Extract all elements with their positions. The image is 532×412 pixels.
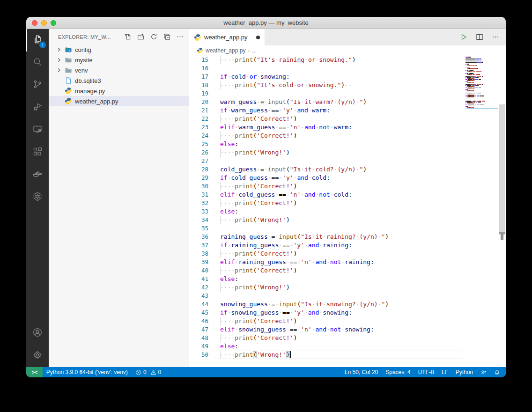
- code-line[interactable]: 18····print("It's·cold·or·snowing.")··: [189, 81, 506, 89]
- tree-item-manage-py[interactable]: manage.py: [49, 86, 189, 96]
- code-line-content[interactable]: else:: [220, 207, 463, 216]
- code-line[interactable]: 47elif·snowing_guess·==·'n'·and·not·snow…: [189, 325, 506, 334]
- code-line[interactable]: 39elif·raining_guess·==·'n'·and·not·rain…: [189, 258, 506, 266]
- tree-item-db-sqlite3[interactable]: db.sqlite3: [49, 75, 189, 86]
- breadcrumb-more[interactable]: ...: [252, 47, 257, 54]
- code-line[interactable]: 49else:: [189, 342, 506, 351]
- tree-item-weather-app-py[interactable]: weather_app.py: [49, 96, 189, 106]
- code-line[interactable]: 29if·cold_guess·==·'y'·and·cold:: [189, 174, 506, 182]
- code-line[interactable]: 35: [189, 224, 506, 233]
- code-line-content[interactable]: elif·warm_guess·==·'n'·and·not·warm:: [220, 123, 463, 132]
- language-mode-status[interactable]: Python: [452, 367, 477, 377]
- code-line[interactable]: 16: [189, 64, 506, 73]
- encoding-status[interactable]: UTF-8: [414, 367, 438, 377]
- code-line[interactable]: 48····print('Correct!'): [189, 334, 506, 342]
- collapse-all-button[interactable]: [163, 33, 171, 41]
- activity-item-docker[interactable]: [26, 164, 49, 186]
- code-line[interactable]: 17if·cold·or·snowing:: [189, 73, 506, 81]
- tab-weather-app[interactable]: weather_app.py: [189, 29, 265, 45]
- code-line-content[interactable]: else:: [220, 140, 463, 148]
- run-button[interactable]: [459, 32, 468, 42]
- modified-dot-icon[interactable]: [256, 36, 260, 39]
- code-line[interactable]: 27: [189, 157, 506, 165]
- code-line[interactable]: 40····print('Correct!'): [189, 266, 506, 275]
- notifications-button[interactable]: [490, 367, 506, 377]
- code-line-content[interactable]: else:: [220, 342, 463, 351]
- activity-item-source-control[interactable]: [26, 74, 49, 96]
- activity-item-extensions[interactable]: [26, 141, 49, 164]
- minimap[interactable]: [466, 57, 498, 109]
- code-line-content[interactable]: [220, 224, 463, 233]
- code-line[interactable]: 21if·warm_guess·==·'y'·and·warm:: [189, 106, 506, 115]
- code-line-content[interactable]: [220, 157, 463, 165]
- tree-item-mysite[interactable]: mysite: [49, 55, 189, 65]
- code-line-content[interactable]: ····print('Wrong!'): [220, 351, 463, 359]
- code-line-content[interactable]: if·snowing_guess·==·'y'·and·snowing:: [220, 309, 463, 317]
- activity-item-settings[interactable]: [26, 345, 49, 367]
- code-line[interactable]: 19: [189, 89, 506, 98]
- activity-item-account[interactable]: [26, 322, 49, 345]
- problems-status[interactable]: 0 0: [132, 367, 165, 377]
- breadcrumb-file[interactable]: weather_app.py: [206, 47, 245, 54]
- activity-item-search[interactable]: [26, 52, 49, 74]
- code-line[interactable]: 24····print('Correct!'): [189, 132, 506, 140]
- code-line[interactable]: 50····print('Wrong!'): [189, 351, 506, 359]
- code-line-content[interactable]: ····print('Correct!'): [220, 115, 463, 123]
- code-line[interactable]: 28cold_guess·=·input("Is·it·cold?·(y/n)·…: [189, 165, 506, 174]
- code-line-content[interactable]: if·cold_guess·==·'y'·and·cold:: [220, 174, 463, 182]
- code-line-content[interactable]: ····print('Wrong!'): [220, 216, 463, 224]
- code-line[interactable]: 46····print('Correct!'): [189, 317, 506, 325]
- code-line-content[interactable]: ····print('Correct!'): [220, 266, 463, 275]
- more-button[interactable]: [491, 32, 500, 42]
- new-folder-button[interactable]: [136, 33, 145, 41]
- code-line-content[interactable]: cold_guess·=·input("Is·it·cold?·(y/n)·"): [220, 165, 463, 174]
- code-line[interactable]: 38····print('Correct!'): [189, 250, 506, 258]
- code-line[interactable]: 15····print("It's·raining·or·snowing."): [189, 56, 506, 64]
- scrollbar-thumb[interactable]: [499, 104, 505, 235]
- code-line[interactable]: 43: [189, 292, 506, 300]
- code-line[interactable]: 25else:: [189, 140, 506, 148]
- split-editor-button[interactable]: [475, 32, 484, 42]
- remote-indicator[interactable]: ><: [26, 367, 43, 377]
- code-line-content[interactable]: [220, 64, 463, 73]
- code-line[interactable]: 44snowing_guess·=·input("Is·it·snowing?·…: [189, 300, 506, 309]
- python-interpreter-status[interactable]: Python 3.9.0 64-bit ('venv': venv): [43, 367, 132, 377]
- code-line-content[interactable]: ····print("It's·cold·or·snowing.")··: [220, 81, 463, 89]
- code-line-content[interactable]: if·cold·or·snowing:: [220, 73, 463, 81]
- code-line-content[interactable]: if·raining_guess·==·'y'·and·raining:: [220, 241, 463, 250]
- code-line-content[interactable]: ····print('Wrong!'): [220, 283, 463, 292]
- code-line[interactable]: 36raining_guess·=·input("Is·it·raining?·…: [189, 233, 506, 241]
- eol-status[interactable]: LF: [438, 367, 452, 377]
- feedback-button[interactable]: [477, 367, 490, 377]
- activity-item-kubernetes[interactable]: [26, 186, 49, 209]
- code-line[interactable]: 45if·snowing_guess·==·'y'·and·snowing:: [189, 309, 506, 317]
- code-line-content[interactable]: ····print('Wrong!'): [220, 148, 463, 157]
- code-line[interactable]: 42····print('Wrong!'): [189, 283, 506, 292]
- code-line[interactable]: 20warm_guess·=·input("Is·it·warm?·(y/n)·…: [189, 98, 506, 106]
- chevron-right-icon[interactable]: [55, 56, 63, 64]
- chevron-right-icon[interactable]: [55, 46, 63, 53]
- code-line[interactable]: 34····print('Wrong!'): [189, 216, 506, 224]
- refresh-button[interactable]: [149, 33, 158, 41]
- code-line[interactable]: 32····print('Correct!'): [189, 199, 506, 207]
- more-button[interactable]: [176, 33, 184, 41]
- code-line-content[interactable]: ····print('Correct!'): [220, 182, 463, 191]
- activity-item-run-debug[interactable]: [26, 96, 49, 119]
- code-line-content[interactable]: elif·snowing_guess·==·'n'·and·not·snowin…: [220, 325, 463, 334]
- code-line-content[interactable]: ····print('Correct!'): [220, 317, 463, 325]
- code-line[interactable]: 37if·raining_guess·==·'y'·and·raining:: [189, 241, 506, 250]
- code-editor[interactable]: 15····print("It's·raining·or·snowing.")1…: [189, 56, 506, 367]
- code-line[interactable]: 33else:: [189, 207, 506, 216]
- new-file-button[interactable]: [123, 33, 132, 41]
- code-line-content[interactable]: snowing_guess·=·input("Is·it·snowing?·(y…: [220, 300, 463, 309]
- code-line[interactable]: 22····print('Correct!'): [189, 115, 506, 123]
- cursor-position-status[interactable]: Ln 50, Col 20: [341, 367, 382, 377]
- code-line-content[interactable]: elif·cold_guess·==·'n'·and·not·cold:: [220, 191, 463, 199]
- activity-item-explorer[interactable]: 1: [26, 29, 49, 52]
- code-line[interactable]: 23elif·warm_guess·==·'n'·and·not·warm:: [189, 123, 506, 132]
- code-line[interactable]: 41else:: [189, 275, 506, 283]
- code-line-content[interactable]: if·warm_guess·==·'y'·and·warm:: [220, 106, 463, 115]
- code-line-content[interactable]: ····print('Correct!'): [220, 132, 463, 140]
- code-line-content[interactable]: ····print("It's·raining·or·snowing."): [220, 56, 463, 64]
- tree-item-config[interactable]: config: [49, 44, 189, 55]
